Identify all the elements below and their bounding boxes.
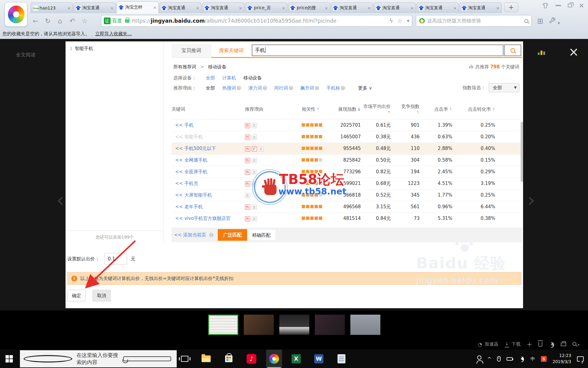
filter-option[interactable]: 同行词? [274, 85, 293, 91]
browser-tab[interactable]: 淘宝直通× [74, 2, 116, 13]
tools-wrench-icon[interactable]: ▼ [549, 17, 560, 25]
table-scrollbar[interactable] [521, 122, 523, 182]
keyword-row[interactable]: << 全网通手机热左8258420.50元3040.58%0.15% [172, 154, 522, 166]
task-view-button[interactable] [177, 350, 193, 368]
prev-image-icon[interactable]: ‹ [56, 189, 64, 211]
url-dropdown-icon[interactable]: ▼ [407, 19, 409, 23]
next-image-icon[interactable]: › [527, 189, 535, 211]
tab-close-icon[interactable]: × [409, 6, 414, 10]
taskbar-search-text[interactable]: 在这里输入你要搜索的内容 [77, 352, 123, 366]
browser-tab[interactable]: price_百× [245, 2, 287, 13]
column-header[interactable]: 点击率↑ [429, 100, 464, 119]
add-current-page-button[interactable]: << 添加当前页 [174, 232, 206, 238]
volume-icon[interactable] [518, 357, 523, 361]
viewer-chart-icon[interactable] [538, 51, 545, 55]
people-icon[interactable] [477, 355, 481, 360]
new-tab-button[interactable]: + [504, 2, 518, 12]
keyword-row[interactable]: << 手机热左20257010.61元9011.39%0.25% [172, 119, 522, 131]
filter-option[interactable]: 飙升词? [300, 85, 319, 91]
filmstrip-thumbnail[interactable] [279, 315, 309, 335]
clock[interactable]: 12:23 2019/3/3 [552, 353, 571, 365]
download-button[interactable]: 下载 [511, 341, 521, 347]
search-icon[interactable] [524, 19, 528, 23]
column-header[interactable]: 展现指数↓ [335, 100, 361, 119]
start-button[interactable] [6, 355, 13, 362]
taskbar-search-box[interactable]: 在这里输入你要搜索的内容 [20, 350, 177, 367]
skin-theme-icon[interactable] [542, 2, 549, 9]
tab-close-icon[interactable]: × [152, 5, 156, 10]
undo-icon[interactable]: ↶ [66, 17, 78, 25]
fulltext-read-label[interactable]: 全文阅读 [16, 52, 36, 58]
tools-dropdown-icon[interactable]: ▼ [558, 21, 560, 25]
sogou-input-icon[interactable]: S [541, 356, 547, 362]
tab-close-icon[interactable]: × [281, 6, 285, 10]
delete-icon[interactable] [538, 342, 542, 347]
sort-up-icon[interactable]: ↑ [449, 107, 452, 112]
keyword-row[interactable]: << 老年手机热左4965683.15元5610.96%6.44% [172, 201, 522, 213]
ime-indicator[interactable]: 中 [530, 356, 535, 362]
browser-tab[interactable]: 淘宝直通× [374, 2, 416, 13]
keyword-link[interactable]: << 手机壳 [172, 178, 245, 189]
selected-keyword-item[interactable]: 1智能手机 [66, 41, 164, 52]
tab-close-icon[interactable]: × [238, 6, 242, 10]
keyword-link[interactable]: << 手机 [172, 119, 245, 131]
minimize-icon[interactable] [556, 5, 561, 6]
word-button[interactable]: W [311, 350, 327, 368]
browser-tab[interactable]: 淘宝直通× [417, 2, 459, 13]
url-text[interactable]: https://jingyan.baidu.com/album/c74d6000… [132, 18, 389, 24]
keyword-link[interactable]: << 大屏智能手机 [172, 189, 245, 201]
print-icon[interactable] [561, 343, 566, 346]
back-icon[interactable]: ← [29, 17, 42, 25]
restore-icon[interactable] [568, 4, 572, 7]
favorites-star-icon[interactable]: ☆ [78, 17, 91, 25]
microsoft-store-button[interactable] [221, 350, 237, 368]
keyword-link[interactable]: << vivo手机官方旗舰店官 [172, 213, 245, 224]
browser-tab[interactable]: 淘宝直通× [159, 2, 202, 13]
tab-close-icon[interactable]: × [109, 6, 114, 10]
mouse-tray-icon[interactable] [497, 356, 501, 362]
viewer-close-icon[interactable]: × [568, 46, 579, 58]
exact-match-button[interactable]: 精确匹配 [247, 229, 276, 241]
filter-option[interactable]: 全部 [206, 85, 215, 91]
tab-close-icon[interactable]: × [366, 6, 371, 10]
apps-grid-icon[interactable]: ⊞ [537, 17, 543, 25]
file-explorer-button[interactable] [198, 350, 214, 368]
more-filters-button[interactable]: 更多 ∨ [358, 85, 372, 91]
sound-icon[interactable] [548, 342, 553, 347]
help-icon[interactable]: ? [315, 86, 319, 90]
index-filter-select[interactable]: 全部▼ [489, 83, 519, 92]
column-header[interactable]: 相关性↑ [302, 100, 335, 119]
sort-down-icon[interactable]: ↓ [357, 107, 361, 112]
filmstrip-thumbnail[interactable] [350, 315, 380, 335]
tab-search-keywords[interactable]: 搜索关键词 [211, 44, 251, 58]
sort-up-icon[interactable]: ↑ [492, 107, 495, 112]
keyword-row[interactable]: << 智能手机想左14650070.38元4360.63%0.20% [172, 131, 522, 143]
quick-launch-bolt-icon[interactable]: ϟ [389, 17, 393, 24]
browser-tab[interactable]: 淘宝直通× [331, 2, 373, 13]
search-query-text[interactable]: 送高战力绝版大熊猫坐骑 [427, 18, 524, 24]
bookmark-star-icon[interactable]: ☆ [397, 17, 402, 24]
keyword-link[interactable]: << 老年手机 [172, 201, 245, 213]
filter-option[interactable]: 移动设备 [243, 75, 262, 81]
tab-close-icon[interactable]: × [452, 6, 457, 10]
help-icon[interactable]: ? [341, 86, 345, 90]
keyword-search-input[interactable]: 手机 [252, 44, 503, 56]
column-header[interactable]: 点击转化率↑ [464, 100, 522, 119]
filter-option[interactable]: 热搜词? [222, 85, 241, 91]
microphone-icon[interactable] [123, 356, 171, 361]
keyword-search-button[interactable] [504, 44, 521, 56]
browser-tab[interactable]: 淘宝直通× [459, 2, 502, 13]
help-icon[interactable]: ? [209, 233, 213, 237]
column-header[interactable]: 竞争指数↑ [398, 100, 429, 119]
refresh-icon[interactable]: ↻ [42, 17, 54, 25]
tab-close-icon[interactable]: × [195, 6, 199, 10]
accelerator-button[interactable]: 加速器 [485, 341, 499, 347]
keyword-link[interactable]: << 全网通手机 [172, 154, 245, 166]
keyword-link[interactable]: << 智能手机 [172, 131, 245, 143]
keyword-row[interactable]: << 手机500元以下热扩左9554450.48元1102.88%0.40% [172, 143, 522, 154]
sort-up-icon[interactable]: ↑ [416, 110, 420, 115]
keyword-link[interactable]: << 手机500元以下 [172, 143, 245, 154]
360-browser-button[interactable] [266, 350, 282, 368]
browser-tab[interactable]: 淘宝怎样× [116, 1, 159, 13]
import-bookmarks-link[interactable]: 立即导入收藏夹... [95, 31, 132, 37]
